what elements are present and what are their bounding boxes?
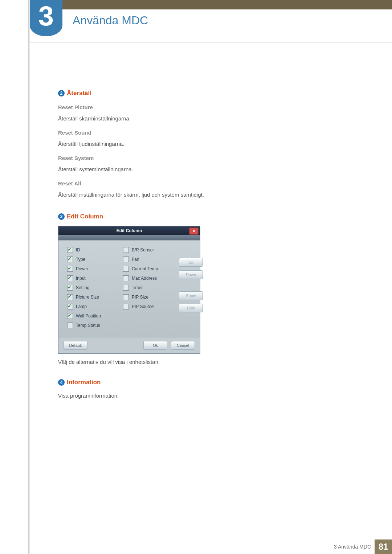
checkbox-icon [67, 247, 73, 253]
dialog-title: Edit Column [117, 228, 142, 233]
reset-all-h: Reset All [58, 180, 348, 186]
reset-sound-h: Reset Sound [58, 130, 348, 136]
chk-label: Lamp [76, 304, 87, 309]
section-edit-title: Edit Column [67, 213, 103, 220]
chk-type[interactable]: Type [67, 257, 114, 262]
checkbox-icon [67, 313, 73, 319]
ok-button[interactable]: Ok [143, 341, 167, 350]
chk-label: Mac Address [132, 276, 157, 281]
chk-label: Picture Size [76, 295, 99, 300]
chk-input[interactable]: Input [67, 275, 114, 281]
chk-wall-position[interactable]: Wall Position [67, 313, 114, 319]
checkbox-icon [123, 304, 129, 309]
edit-column-caption: Välj de alternativ du vill visa i enhets… [58, 358, 348, 366]
reset-system-p: Återställ systeminställningarna. [58, 165, 348, 173]
chk-label: Current Temp. [132, 266, 159, 271]
close-button[interactable]: × [189, 227, 199, 235]
chk-label: Timer [132, 285, 143, 290]
down-button[interactable]: Down [179, 270, 203, 279]
chk-pip-source[interactable]: PIP Source [123, 304, 170, 309]
dialog-body: ID Type Power Input Setting Picture Size… [58, 241, 200, 337]
top-color-bar [30, 0, 392, 9]
checkbox-icon [123, 257, 129, 262]
chk-id[interactable]: ID [67, 247, 114, 253]
content-area: 2 Återställ Reset Picture Återställ skär… [58, 42, 348, 399]
chk-temp-status[interactable]: Temp.Status [67, 323, 114, 328]
reset-sound-p: Återställ ljudinställningarna. [58, 140, 348, 148]
checkbox-icon [67, 275, 73, 281]
show-button[interactable]: Show [179, 291, 203, 300]
chk-label: PIP Source [132, 304, 154, 309]
chk-picture-size[interactable]: Picture Size [67, 294, 114, 300]
dialog-subbar [58, 235, 200, 241]
checkbox-icon [123, 294, 129, 300]
chk-label: B/R Sensor [132, 247, 154, 253]
chk-label: PIP Size [132, 295, 148, 300]
checkbox-icon [123, 247, 129, 253]
footer-label: 3 Använda MDC [334, 544, 371, 550]
chk-label: Type [76, 257, 85, 262]
reset-picture-p: Återställ skärminställningarna. [58, 115, 348, 122]
chapter-number: 3 [30, 0, 62, 32]
chk-label: Temp.Status [76, 323, 100, 328]
badge-4: 4 [58, 379, 65, 386]
dialog-side-buttons: Up Down Show Hide [179, 247, 204, 328]
checkbox-icon [67, 323, 73, 328]
checkbox-icon [67, 257, 73, 262]
checkbox-icon [123, 275, 129, 281]
chapter-title: Använda MDC [73, 14, 148, 27]
chk-mac-address[interactable]: Mac Address [123, 275, 170, 281]
hide-button[interactable]: Hide [179, 304, 203, 312]
chk-setting[interactable]: Setting [67, 285, 114, 291]
chk-label: ID [76, 247, 80, 253]
chk-fan[interactable]: Fan [123, 257, 170, 262]
checkbox-icon [67, 304, 73, 309]
up-button[interactable]: Up [179, 258, 203, 267]
chapter-header: 3 Använda MDC [30, 9, 392, 42]
badge-2: 2 [58, 90, 65, 97]
chk-label: Input [76, 276, 86, 281]
checkbox-col-1: ID Type Power Input Setting Picture Size… [67, 247, 114, 328]
section-reset-head: 2 Återställ [58, 90, 348, 97]
chk-power[interactable]: Power [67, 266, 114, 272]
chk-lamp[interactable]: Lamp [67, 304, 114, 309]
reset-all-p: Återställ inställningarna för skärm, lju… [58, 191, 348, 198]
edit-column-dialog: Edit Column × ID Type Power Input Settin… [58, 226, 200, 354]
chk-label: Fan [132, 257, 139, 262]
chk-label: Setting [76, 285, 89, 290]
page-number: 81 [375, 539, 392, 554]
chk-br-sensor[interactable]: B/R Sensor [123, 247, 170, 253]
section-info-p: Visa programinformation. [58, 392, 348, 399]
dialog-titlebar: Edit Column × [58, 226, 200, 235]
dialog-footer: Default Ok Cancel [58, 337, 200, 353]
default-button[interactable]: Default [64, 341, 87, 350]
chk-timer[interactable]: Timer [123, 285, 170, 291]
reset-system-h: Reset System [58, 155, 348, 161]
chk-pip-size[interactable]: PIP Size [123, 294, 170, 300]
chk-label: Wall Position [76, 313, 101, 319]
badge-3: 3 [58, 213, 65, 220]
left-margin-rule [28, 0, 30, 554]
section-info-head: 4 Information [58, 379, 348, 386]
checkbox-icon [67, 294, 73, 300]
chk-current-temp[interactable]: Current Temp. [123, 266, 170, 272]
section-info-title: Information [67, 379, 101, 386]
checkbox-icon [123, 285, 129, 291]
section-reset-title: Återställ [67, 90, 91, 97]
checkbox-icon [67, 266, 73, 272]
section-edit-head: 3 Edit Column [58, 213, 348, 220]
chk-label: Power [76, 266, 88, 271]
page-footer: 3 Använda MDC 81 [30, 539, 392, 554]
reset-picture-h: Reset Picture [58, 104, 348, 110]
cancel-button[interactable]: Cancel [171, 341, 195, 350]
checkbox-icon [67, 285, 73, 291]
checkbox-icon [123, 266, 129, 272]
checkbox-col-2: B/R Sensor Fan Current Temp. Mac Address… [123, 247, 170, 328]
